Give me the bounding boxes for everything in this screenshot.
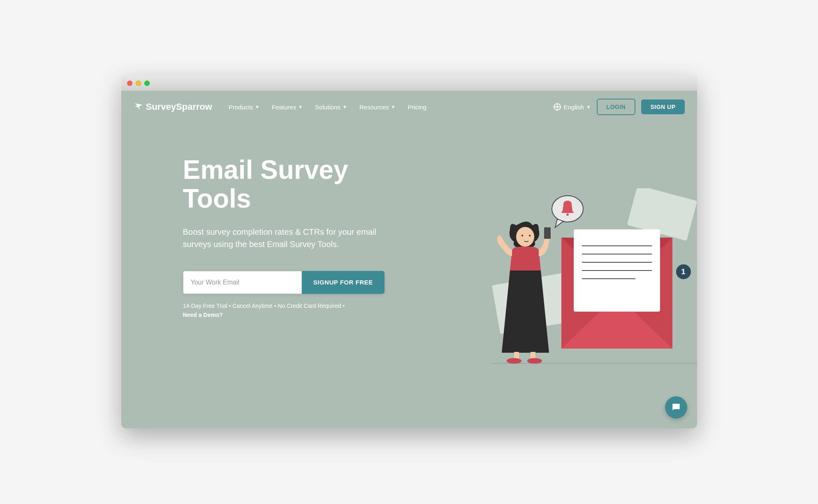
browser-window: SurveySparrow Products▼ Features▼ Soluti…: [121, 76, 697, 428]
minimize-window-button[interactable]: [136, 81, 141, 86]
need-demo-link[interactable]: Need a Demo?: [183, 312, 223, 318]
traffic-lights: [127, 81, 150, 86]
disclaimer-text: 14-Day Free Trial • Cancel Anytime • No …: [183, 301, 459, 320]
email-illustration: [491, 188, 697, 373]
nav-products[interactable]: Products▼: [229, 104, 260, 111]
chevron-down-icon: ▼: [255, 104, 260, 109]
notification-badge: 1: [676, 264, 691, 279]
work-email-input[interactable]: [183, 271, 302, 294]
brand-name: SurveySparrow: [146, 102, 212, 112]
signup-form: SIGNUP FOR FREE: [183, 271, 385, 294]
chat-icon: [671, 402, 681, 413]
svg-point-16: [507, 358, 521, 364]
hero-text: Email Survey Tools Boost survey completi…: [183, 155, 459, 320]
nav-resources[interactable]: Resources▼: [359, 104, 396, 111]
signup-button[interactable]: SIGN UP: [641, 99, 684, 114]
hero-illustration: 1: [491, 188, 697, 373]
hero-title: Email Survey Tools: [183, 155, 459, 213]
svg-rect-13: [544, 227, 551, 239]
svg-point-17: [527, 358, 542, 364]
nav-pricing[interactable]: Pricing: [408, 104, 426, 111]
chevron-down-icon: ▼: [391, 104, 395, 109]
sparrow-icon: [134, 102, 144, 112]
top-nav: SurveySparrow Products▼ Features▼ Soluti…: [121, 91, 697, 123]
hero-subtitle: Boost survey completion rates & CTRs for…: [183, 226, 389, 250]
chevron-down-icon: ▼: [298, 104, 303, 109]
nav-left: SurveySparrow Products▼ Features▼ Soluti…: [134, 102, 427, 112]
chevron-down-icon: ▼: [586, 104, 591, 109]
brand-logo[interactable]: SurveySparrow: [134, 102, 212, 112]
svg-point-11: [521, 235, 523, 236]
nav-features[interactable]: Features▼: [272, 104, 303, 111]
language-selector[interactable]: English ▼: [554, 103, 591, 111]
nav-menu: Products▼ Features▼ Solutions▼ Resources…: [229, 104, 426, 111]
title-bar: [121, 76, 697, 91]
svg-point-9: [566, 213, 569, 216]
nav-solutions[interactable]: Solutions▼: [315, 104, 347, 111]
chevron-down-icon: ▼: [343, 104, 347, 109]
nav-right: English ▼ LOGIN SIGN UP: [554, 99, 684, 115]
maximize-window-button[interactable]: [144, 81, 150, 86]
close-window-button[interactable]: [127, 81, 132, 86]
globe-icon: [554, 103, 561, 111]
hero-section: Email Survey Tools Boost survey completi…: [121, 123, 697, 336]
signup-free-button[interactable]: SIGNUP FOR FREE: [302, 271, 385, 294]
login-button[interactable]: LOGIN: [597, 99, 636, 115]
svg-point-10: [516, 227, 534, 247]
svg-point-12: [529, 235, 531, 236]
page-content: SurveySparrow Products▼ Features▼ Soluti…: [121, 91, 697, 428]
chat-widget-button[interactable]: [665, 396, 687, 418]
